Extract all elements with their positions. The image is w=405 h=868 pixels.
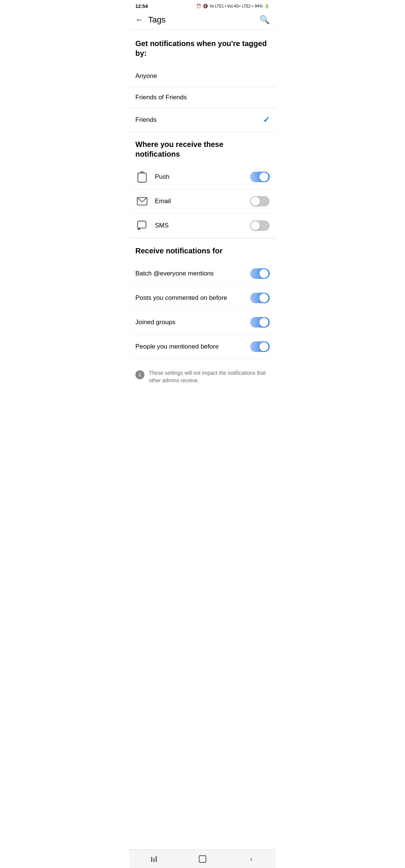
main-content: Get notifications when you're tagged by:… xyxy=(129,30,276,392)
tag-section-heading: Get notifications when you're tagged by: xyxy=(129,30,276,66)
search-button[interactable]: 🔍 xyxy=(260,15,270,25)
sms-label: SMS xyxy=(155,222,169,229)
push-toggle[interactable] xyxy=(250,172,270,182)
alarm-icon: ⏰ xyxy=(196,4,201,9)
option-anyone-label: Anyone xyxy=(135,72,157,80)
page-title: Tags xyxy=(148,15,165,25)
joined-groups-knob xyxy=(260,318,268,327)
tag-options-list: Anyone Friends of Friends Friends ✓ xyxy=(129,66,276,132)
email-toggle[interactable] xyxy=(250,196,270,207)
channels-section-heading: Where you receive these notifications xyxy=(129,132,276,165)
option-friends-of-friends-label: Friends of Friends xyxy=(135,94,187,101)
people-mentioned-row: People you mentioned before xyxy=(129,335,276,359)
posts-commented-toggle[interactable] xyxy=(250,293,270,303)
push-icon-box xyxy=(135,170,149,184)
sms-left: SMS xyxy=(135,219,169,232)
status-bar: 12:54 ⏰ 🔇 Vo LTE1 ▪ Vo) 4G+ LTE2 ▪ 94% 🔋 xyxy=(129,0,276,10)
people-mentioned-knob xyxy=(260,342,268,351)
email-left: Email xyxy=(135,195,171,208)
batch-mentions-knob xyxy=(260,269,268,278)
sms-toggle-row: SMS xyxy=(129,214,276,238)
battery-level: 94% xyxy=(255,4,263,8)
push-label: Push xyxy=(155,173,170,181)
push-toggle-row: Push xyxy=(129,165,276,189)
joined-groups-row: Joined groups xyxy=(129,310,276,335)
option-friends-of-friends[interactable]: Friends of Friends xyxy=(129,87,276,108)
info-text: These settings will not impact the notif… xyxy=(149,370,270,384)
info-footer: i These settings will not impact the not… xyxy=(129,362,276,392)
people-mentioned-toggle[interactable] xyxy=(250,341,270,352)
posts-commented-knob xyxy=(260,293,268,302)
sms-icon-box xyxy=(135,219,149,232)
sms-icon xyxy=(137,220,147,231)
push-toggle-knob xyxy=(260,172,268,181)
status-icons: ⏰ 🔇 Vo LTE1 ▪ Vo) 4G+ LTE2 ▪ 94% 🔋 xyxy=(196,4,270,9)
joined-groups-toggle[interactable] xyxy=(250,317,270,328)
header: ← Tags 🔍 xyxy=(129,10,276,30)
back-button[interactable]: ← xyxy=(135,15,144,25)
mute-icon: 🔇 xyxy=(203,4,208,9)
option-friends[interactable]: Friends ✓ xyxy=(129,108,276,132)
push-left: Push xyxy=(135,170,170,184)
sms-toggle[interactable] xyxy=(250,220,270,231)
people-mentioned-label: People you mentioned before xyxy=(135,343,250,350)
email-toggle-row: Email xyxy=(129,189,276,214)
batch-mentions-label: Batch @everyone mentions xyxy=(135,270,250,277)
sms-toggle-knob xyxy=(251,221,260,230)
header-left: ← Tags xyxy=(135,15,165,25)
joined-groups-label: Joined groups xyxy=(135,319,250,326)
email-toggle-knob xyxy=(251,197,260,206)
battery-icon: 🔋 xyxy=(264,4,270,9)
notify-for-heading: Receive notifications for xyxy=(129,238,276,262)
email-icon-box xyxy=(135,195,149,208)
signal-icons: Vo LTE1 ▪ Vo) 4G+ LTE2 ▪ xyxy=(210,4,253,8)
batch-mentions-row: Batch @everyone mentions xyxy=(129,262,276,286)
svg-rect-0 xyxy=(138,173,147,182)
posts-commented-row: Posts you commented on before xyxy=(129,286,276,310)
option-anyone[interactable]: Anyone xyxy=(129,66,276,87)
push-icon xyxy=(137,171,147,183)
info-icon: i xyxy=(135,370,144,379)
friends-checkmark: ✓ xyxy=(263,115,270,125)
status-time: 12:54 xyxy=(135,3,148,9)
email-icon xyxy=(137,197,147,205)
svg-rect-2 xyxy=(138,221,146,228)
posts-commented-label: Posts you commented on before xyxy=(135,294,250,302)
option-friends-label: Friends xyxy=(135,116,157,124)
email-label: Email xyxy=(155,198,171,205)
batch-mentions-toggle[interactable] xyxy=(250,268,270,279)
